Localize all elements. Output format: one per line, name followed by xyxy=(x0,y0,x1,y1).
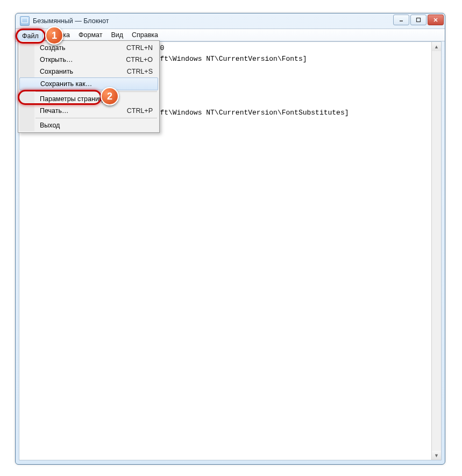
notepad-icon xyxy=(20,16,30,26)
menu-entry-shortcut: CTRL+N xyxy=(126,44,153,52)
menu-entry-label: Выход xyxy=(40,122,60,129)
menu-entry[interactable]: Выход xyxy=(19,119,158,131)
scroll-down-button[interactable]: ▼ xyxy=(432,451,441,460)
close-button[interactable] xyxy=(428,15,444,25)
menu-separator xyxy=(35,91,157,92)
menu-entry[interactable]: Параметры страницы… xyxy=(19,93,158,105)
menu-entry-shortcut: CTRL+P xyxy=(127,107,153,115)
annotation-badge-1: 1 xyxy=(45,26,63,45)
menu-entry-label: Сохранить xyxy=(40,68,73,75)
caption-buttons xyxy=(393,15,444,25)
app-window: Безымянный — Блокнот ФайлПравкаФорматВид… xyxy=(15,13,445,465)
menu-entry[interactable]: СохранитьCTRL+S xyxy=(19,66,158,77)
scroll-up-button[interactable]: ▲ xyxy=(432,42,441,51)
file-menu-dropdown[interactable]: СоздатьCTRL+NОткрыть…CTRL+OСохранитьCTRL… xyxy=(18,40,160,133)
menubar: ФайлПравкаФорматВидСправка xyxy=(16,29,445,41)
menu-entry-shortcut: CTRL+S xyxy=(127,68,153,75)
minimize-button[interactable] xyxy=(393,15,409,25)
svg-line-2 xyxy=(434,18,437,22)
vertical-scrollbar[interactable]: ▲ ▼ xyxy=(431,42,441,460)
window-title: Безымянный — Блокнот xyxy=(33,17,109,25)
menu-entry[interactable]: СоздатьCTRL+N xyxy=(19,42,158,54)
menu-entry-label: Открыть… xyxy=(40,56,73,63)
menu-entry[interactable]: Печать…CTRL+P xyxy=(19,105,158,117)
maximize-button[interactable] xyxy=(410,15,427,25)
menu-item-формат[interactable]: Формат xyxy=(74,29,106,41)
menu-separator xyxy=(35,118,157,118)
menu-entry-label: Печать… xyxy=(40,107,68,115)
annotation-badge-2: 2 xyxy=(101,87,119,105)
titlebar[interactable]: Безымянный — Блокнот xyxy=(16,13,445,29)
menu-entry-label: Создать xyxy=(40,44,66,52)
menu-entry[interactable]: Сохранить как… xyxy=(19,77,158,90)
menu-entry-label: Сохранить как… xyxy=(40,80,92,88)
menu-item-вид[interactable]: Вид xyxy=(106,29,127,41)
svg-line-3 xyxy=(434,18,437,22)
svg-rect-1 xyxy=(417,18,421,22)
menu-item-файл[interactable]: Файл xyxy=(18,30,43,41)
menu-entry-shortcut: CTRL+O xyxy=(126,56,153,63)
menu-item-справка[interactable]: Справка xyxy=(127,29,162,41)
menu-entry[interactable]: Открыть…CTRL+O xyxy=(19,54,158,66)
